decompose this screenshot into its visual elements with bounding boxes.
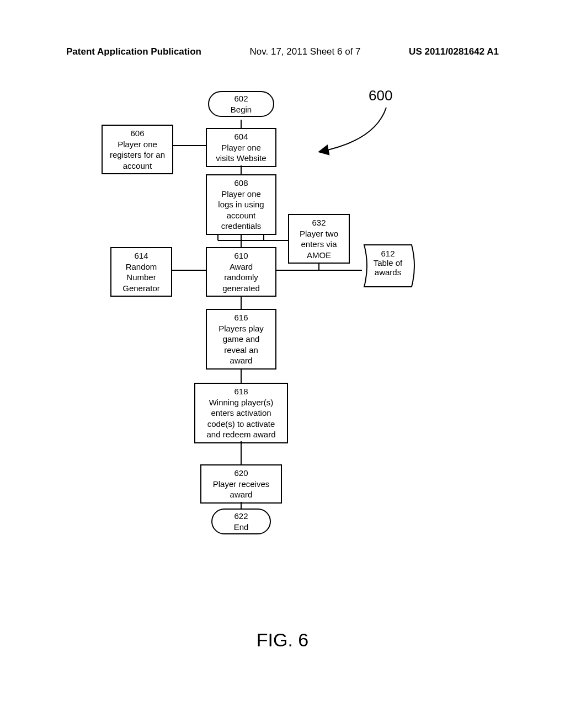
box-num: 618	[200, 386, 282, 397]
box-num: 608	[211, 178, 271, 189]
box-616: 616 Players play game and reveal an awar…	[206, 309, 276, 370]
box-text: Player two enters via AMOE	[294, 228, 344, 261]
box-text: Begin	[219, 104, 263, 115]
box-text: Random Number Generator	[116, 261, 167, 294]
box-632: 632 Player two enters via AMOE	[288, 214, 350, 264]
box-num: 622	[222, 511, 260, 522]
box-num: 606	[107, 128, 168, 139]
arrow-600	[309, 102, 397, 157]
box-num: 612	[381, 249, 395, 258]
header-right: US 2011/0281642 A1	[409, 46, 499, 57]
box-num: 610	[211, 250, 271, 261]
box-618: 618 Winning player(s) enters activation …	[194, 383, 288, 443]
box-num: 604	[211, 131, 271, 142]
header-center: Nov. 17, 2011 Sheet 6 of 7	[250, 46, 361, 57]
box-text: Players play game and reveal an award	[211, 323, 271, 366]
box-num: 620	[206, 468, 276, 479]
box-610: 610 Award randomly generated	[206, 247, 276, 297]
box-text: Award randomly generated	[211, 261, 271, 294]
page-header: Patent Application Publication Nov. 17, …	[0, 46, 565, 57]
box-text: Winning player(s) enters activation code…	[200, 397, 282, 440]
box-602-begin: 602 Begin	[208, 91, 274, 117]
box-num: 602	[219, 93, 263, 104]
box-608: 608 Player one logs in using account cre…	[206, 174, 276, 235]
connectors	[0, 0, 565, 552]
box-text: End	[222, 522, 260, 533]
box-612: 612 Table of awards	[359, 244, 417, 281]
box-num: 616	[211, 312, 271, 323]
box-604: 604 Player one visits Website	[206, 128, 276, 167]
box-text: Player one logs in using account credent…	[211, 189, 271, 232]
figure-label: FIG. 6	[257, 629, 308, 651]
box-num: 632	[294, 217, 344, 228]
box-614: 614 Random Number Generator	[110, 247, 172, 297]
box-text: Player one registers for an account	[107, 139, 168, 172]
header-left: Patent Application Publication	[66, 46, 201, 57]
box-text: Table of awards	[374, 258, 403, 277]
box-622-end: 622 End	[211, 508, 271, 534]
box-text: Player one visits Website	[211, 142, 271, 164]
box-text: Player receives award	[206, 479, 276, 500]
box-606: 606 Player one registers for an account	[102, 125, 173, 174]
box-620: 620 Player receives award	[200, 464, 282, 504]
reference-600: 600	[369, 87, 392, 104]
box-num: 614	[116, 250, 167, 261]
